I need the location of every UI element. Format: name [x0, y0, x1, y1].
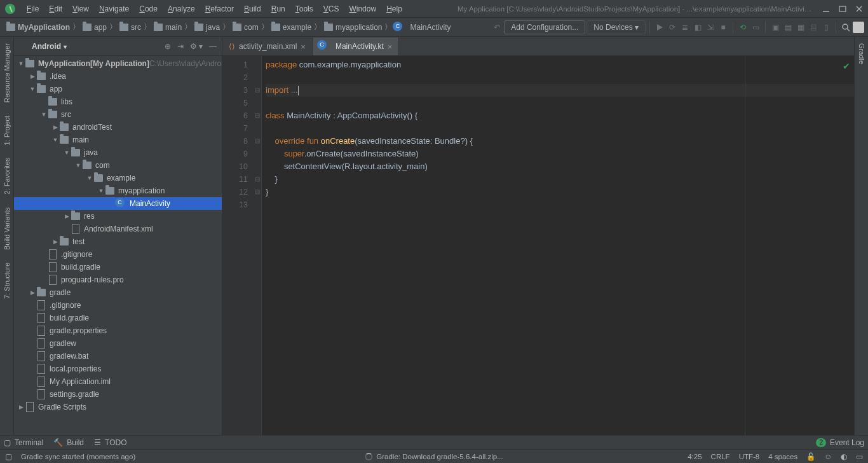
code-editor[interactable]: ✔ package com.example.myapplicationimpor…	[262, 56, 854, 435]
collapse-all-icon[interactable]: ⇥	[177, 42, 184, 51]
attach-icon[interactable]: ⇲	[705, 22, 716, 33]
inspection-ok-icon[interactable]: ✔	[843, 60, 850, 73]
close-icon[interactable]	[855, 5, 863, 13]
tool-window-tab[interactable]: Gradle	[858, 37, 865, 71]
tree-item[interactable]: .idea	[14, 70, 222, 83]
menu-build[interactable]: Build	[239, 4, 266, 13]
tree-twisty-icon[interactable]	[51, 137, 60, 143]
menu-analyze[interactable]: Analyze	[163, 4, 200, 13]
tree-item[interactable]: .gitignore	[14, 248, 222, 261]
smiley-icon[interactable]: ☺	[824, 453, 832, 460]
tree-item[interactable]: myapplication	[14, 184, 222, 197]
device-file-explorer-icon[interactable]: ⌸	[808, 22, 819, 33]
todo-tab[interactable]: ☰ TODO	[94, 438, 126, 447]
resource-manager-icon[interactable]: ▦	[795, 22, 806, 33]
tree-item[interactable]: settings.gradle	[14, 388, 222, 401]
tree-item[interactable]: libs	[14, 95, 222, 108]
user-icon[interactable]	[853, 22, 864, 33]
breadcrumb-segment[interactable]: myapplication	[322, 23, 384, 32]
tree-item[interactable]: gradlew	[14, 337, 222, 350]
menu-edit[interactable]: Edit	[44, 4, 67, 13]
menu-vcs[interactable]: VCS	[318, 4, 344, 13]
tree-item[interactable]: gradle	[14, 286, 222, 299]
avd-manager-icon[interactable]: ▭	[750, 22, 761, 33]
run-icon[interactable]	[654, 22, 665, 33]
tree-item[interactable]: main	[14, 134, 222, 146]
menu-navigate[interactable]: Navigate	[94, 4, 134, 13]
line-separator[interactable]: CRLF	[711, 453, 730, 460]
device-selector[interactable]: No Devices ▾	[587, 20, 646, 34]
sync-gradle-icon[interactable]: ⟲	[737, 22, 749, 33]
hide-icon[interactable]: —	[209, 42, 217, 51]
tree-twisty-icon[interactable]	[51, 124, 60, 130]
sdk-manager-icon[interactable]: ▣	[770, 22, 781, 33]
tree-root[interactable]: MyApplication [My Application] C:\Users\…	[14, 57, 222, 70]
tree-item[interactable]: MainActivity	[14, 197, 222, 210]
tool-window-tab[interactable]: Build Variants	[3, 201, 11, 256]
editor-tab[interactable]: MainActivity.kt×	[313, 38, 399, 55]
memory-indicator-icon[interactable]: ◐	[841, 452, 847, 461]
close-tab-icon[interactable]: ×	[301, 42, 306, 52]
tree-item[interactable]: gradlew.bat	[14, 350, 222, 363]
tree-twisty-icon[interactable]	[28, 73, 37, 79]
project-view-selector[interactable]: Android	[32, 42, 67, 51]
terminal-tab[interactable]: ▢ Terminal	[4, 438, 43, 447]
readonly-toggle-icon[interactable]: 🔓	[806, 452, 815, 461]
tree-item[interactable]: test	[14, 235, 222, 248]
tool-window-tab[interactable]: 7: Structure	[3, 256, 11, 305]
tree-item[interactable]: AndroidManifest.xml	[14, 223, 222, 235]
breadcrumb-segment[interactable]: com	[230, 23, 261, 32]
tree-item[interactable]: Gradle Scripts	[14, 401, 222, 413]
tree-twisty-icon[interactable]	[51, 238, 60, 245]
tree-item[interactable]: java	[14, 146, 222, 159]
maximize-icon[interactable]	[839, 5, 846, 13]
tree-item[interactable]: com	[14, 159, 222, 172]
debug-icon[interactable]: ≣	[679, 22, 691, 33]
tool-window-tab[interactable]: 2: Favorites	[3, 151, 11, 200]
menu-run[interactable]: Run	[266, 4, 290, 13]
tree-item[interactable]: build.gradle	[14, 261, 222, 273]
tree-item[interactable]: src	[14, 108, 222, 121]
tree-item[interactable]: .gitignore	[14, 299, 222, 312]
file-encoding[interactable]: UTF-8	[739, 453, 760, 460]
tool-window-tab[interactable]: Resource Manager	[3, 37, 11, 109]
breadcrumb-segment[interactable]: example	[269, 23, 314, 32]
tree-item[interactable]: androidTest	[14, 121, 222, 134]
tree-twisty-icon[interactable]	[74, 162, 83, 169]
menu-code[interactable]: Code	[134, 4, 163, 13]
menu-help[interactable]: Help	[381, 4, 407, 13]
tree-twisty-icon[interactable]	[39, 111, 48, 118]
indent-indicator[interactable]: 4 spaces	[768, 453, 797, 460]
tree-item[interactable]: gradle.properties	[14, 324, 222, 337]
breadcrumb-segment[interactable]: MyApplication	[4, 23, 72, 32]
breadcrumb-segment[interactable]: main	[151, 23, 184, 32]
back-icon[interactable]: ↶	[491, 22, 503, 33]
editor-tab[interactable]: ⟨⟩activity_main.xml×	[222, 38, 313, 55]
locate-icon[interactable]: ⊕	[165, 42, 171, 51]
tree-item[interactable]: proguard-rules.pro	[14, 273, 222, 286]
add-configuration-button[interactable]: Add Configuration...	[504, 20, 585, 34]
close-tab-icon[interactable]: ×	[388, 42, 393, 52]
emulator-icon[interactable]: ▯	[820, 22, 832, 33]
tree-item[interactable]: local.properties	[14, 363, 222, 375]
menu-window[interactable]: Window	[344, 4, 381, 13]
menu-file[interactable]: File	[22, 4, 44, 13]
build-tab[interactable]: 🔨 Build	[53, 438, 84, 447]
tree-twisty-icon[interactable]	[97, 188, 105, 194]
tree-item[interactable]: res	[14, 210, 222, 223]
menu-refactor[interactable]: Refactor	[200, 4, 239, 13]
breadcrumb-segment[interactable]: java	[192, 23, 222, 32]
tree-item[interactable]: app	[14, 83, 222, 95]
profile-icon[interactable]: ◧	[692, 22, 703, 33]
breadcrumb-segment[interactable]: app	[80, 23, 109, 32]
apply-changes-icon[interactable]: ⟳	[667, 22, 678, 33]
breadcrumb-segment[interactable]: MainActivity	[392, 23, 453, 32]
menu-view[interactable]: View	[67, 4, 94, 13]
status-icon[interactable]: ▢	[5, 452, 12, 461]
layout-inspector-icon[interactable]: ▤	[782, 22, 794, 33]
notifications-icon[interactable]: ▭	[856, 452, 863, 461]
tree-twisty-icon[interactable]	[85, 175, 94, 181]
menu-tools[interactable]: Tools	[290, 4, 318, 13]
tree-item[interactable]: build.gradle	[14, 312, 222, 324]
search-everywhere-icon[interactable]	[840, 22, 851, 33]
